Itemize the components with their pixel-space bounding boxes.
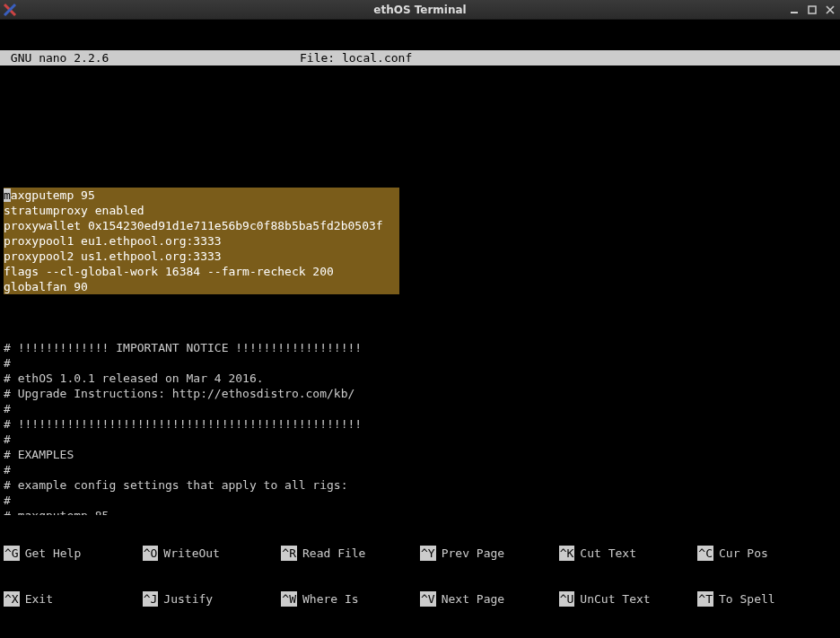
config-line[interactable]: globalfan 90 <box>4 279 383 294</box>
shortcut-label: Cut Text <box>580 546 636 561</box>
shortcut-key: ^O <box>143 546 159 561</box>
file-line[interactable]: # <box>4 432 836 447</box>
selected-text-block[interactable]: maxgputemp 95stratumproxy enabledproxywa… <box>4 188 836 294</box>
nano-file-label: File: local.conf <box>300 50 412 66</box>
footer-shortcut[interactable]: ^GGet Help <box>4 546 143 561</box>
footer-shortcut[interactable]: ^XExit <box>4 591 143 607</box>
config-line[interactable]: maxgputemp 95 <box>4 188 383 203</box>
footer-shortcut[interactable]: ^TTo Spell <box>697 591 836 607</box>
shortcut-key: ^V <box>420 591 436 607</box>
shortcut-label: Get Help <box>25 546 82 561</box>
terminal-area[interactable]: GNU nano 2.2.6 File: local.conf maxgpute… <box>0 20 840 638</box>
shortcut-key: ^T <box>697 591 713 607</box>
blank-line <box>4 142 836 157</box>
cursor: m <box>4 188 11 202</box>
shortcut-label: WriteOut <box>163 546 220 561</box>
file-line[interactable]: # EXAMPLES <box>4 447 836 462</box>
footer-shortcut[interactable]: ^OWriteOut <box>143 546 282 561</box>
shortcut-label: Prev Page <box>442 546 504 561</box>
config-line[interactable]: stratumproxy enabled <box>4 203 383 218</box>
config-line[interactable]: flags --cl-global-work 16384 --farm-rech… <box>4 264 383 279</box>
shortcut-key: ^W <box>281 591 297 607</box>
file-line[interactable]: # <box>4 493 836 508</box>
file-line[interactable]: # <box>4 401 836 416</box>
nano-footer: ^GGet Help^OWriteOut^RRead File^YPrev Pa… <box>0 515 840 638</box>
file-line[interactable]: # !!!!!!!!!!!!! IMPORTANT NOTICE !!!!!!!… <box>4 340 836 355</box>
shortcut-label: Read File <box>302 546 365 561</box>
footer-shortcut[interactable]: ^WWhere Is <box>281 591 420 607</box>
nano-app-name: GNU nano 2.2.6 <box>4 50 300 66</box>
nano-header: GNU nano 2.2.6 File: local.conf <box>0 50 840 66</box>
shortcut-key: ^J <box>143 591 159 607</box>
footer-shortcut[interactable]: ^YPrev Page <box>420 546 559 561</box>
shortcut-label: Exit <box>25 591 53 607</box>
config-line[interactable]: proxywallet 0x154230ed91d1e711e56b9c0f88… <box>4 218 383 233</box>
footer-shortcut[interactable]: ^JJustify <box>143 591 282 607</box>
footer-row-1: ^GGet Help^OWriteOut^RRead File^YPrev Pa… <box>4 546 836 561</box>
footer-shortcut[interactable]: ^UUnCut Text <box>559 591 698 607</box>
shortcut-label: To Spell <box>719 591 775 607</box>
file-line[interactable]: # <box>4 355 836 371</box>
file-line[interactable] <box>4 325 836 340</box>
app-icon <box>2 2 18 18</box>
file-line[interactable]: # !!!!!!!!!!!!!!!!!!!!!!!!!!!!!!!!!!!!!!… <box>4 416 836 432</box>
shortcut-key: ^Y <box>420 546 436 561</box>
window-title: ethOS Terminal <box>0 4 840 16</box>
maximize-button[interactable] <box>806 4 818 16</box>
minimize-button[interactable] <box>788 4 801 16</box>
svg-rect-3 <box>809 6 816 13</box>
file-line[interactable]: # <box>4 462 836 477</box>
shortcut-key: ^C <box>697 546 713 561</box>
footer-shortcut[interactable]: ^VNext Page <box>420 591 559 607</box>
config-line[interactable]: proxypool2 us1.ethpool.org:3333 <box>4 249 383 264</box>
svg-rect-2 <box>791 12 798 13</box>
window-controls <box>788 0 836 19</box>
footer-shortcut[interactable]: ^RRead File <box>281 546 420 561</box>
shortcut-label: Cur Pos <box>719 546 768 561</box>
window-titlebar: ethOS Terminal <box>0 0 840 20</box>
shortcut-key: ^R <box>281 546 297 561</box>
file-line[interactable]: # Upgrade Instructions: http://ethosdist… <box>4 386 836 401</box>
footer-shortcut[interactable]: ^CCur Pos <box>697 546 836 561</box>
config-line[interactable]: proxypool1 eu1.ethpool.org:3333 <box>4 233 383 249</box>
shortcut-label: Where Is <box>302 591 359 607</box>
footer-row-2: ^XExit^JJustify^WWhere Is^VNext Page^UUn… <box>4 591 836 607</box>
file-line[interactable]: # ethOS 1.0.1 released on Mar 4 2016. <box>4 371 836 386</box>
shortcut-label: UnCut Text <box>580 591 650 607</box>
shortcut-key: ^K <box>559 546 575 561</box>
footer-shortcut[interactable]: ^KCut Text <box>559 546 698 561</box>
shortcut-key: ^G <box>4 546 20 561</box>
shortcut-label: Justify <box>163 591 213 607</box>
file-line[interactable]: # example config settings that apply to … <box>4 477 836 493</box>
shortcut-label: Next Page <box>442 591 504 607</box>
close-button[interactable] <box>824 4 836 16</box>
shortcut-key: ^U <box>559 591 575 607</box>
shortcut-key: ^X <box>4 591 20 607</box>
